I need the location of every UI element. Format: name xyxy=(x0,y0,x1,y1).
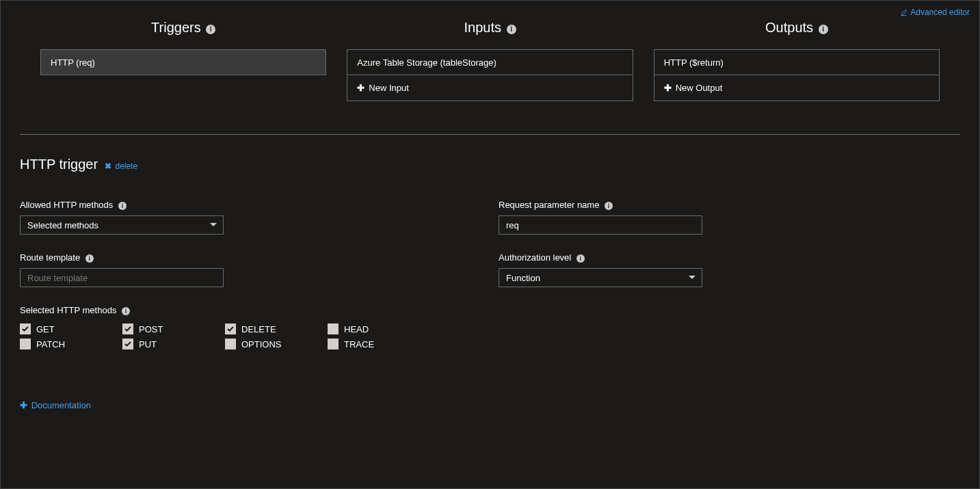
checkbox[interactable] xyxy=(20,323,31,334)
method-put[interactable]: PUT xyxy=(122,337,225,351)
info-icon[interactable]: i xyxy=(605,202,613,210)
add-input-label: New Input xyxy=(369,83,409,93)
method-label: GET xyxy=(36,324,55,334)
triggers-column: Triggers i HTTP (req) xyxy=(40,20,326,101)
info-icon[interactable]: i xyxy=(85,254,94,263)
selected-methods-field: Selected HTTP methods i GETPATCHPOSTPUTD… xyxy=(20,305,960,352)
outputs-title: Outputs xyxy=(765,20,813,35)
checkbox[interactable] xyxy=(122,339,133,349)
info-icon[interactable]: i xyxy=(577,254,585,263)
plus-icon: ✚ xyxy=(20,400,27,410)
triggers-header: Triggers i xyxy=(40,20,326,36)
method-label: OPTIONS xyxy=(241,339,282,349)
add-output-button[interactable]: ✚ New Output xyxy=(654,75,940,101)
method-post[interactable]: POST xyxy=(122,322,225,336)
auth-level-field: Authorization level i Function xyxy=(499,252,960,287)
method-label: PATCH xyxy=(36,339,65,349)
info-icon[interactable]: i xyxy=(122,307,130,315)
add-input-button[interactable]: ✚ New Input xyxy=(347,75,633,101)
allowed-methods-select[interactable]: Selected methods xyxy=(20,215,224,235)
input-item-label: Azure Table Storage (tableStorage) xyxy=(357,57,496,68)
outputs-column: Outputs i HTTP ($return) ✚ New Output xyxy=(654,20,940,101)
auth-level-label: Authorization level xyxy=(499,252,571,263)
auth-level-select[interactable]: Function xyxy=(499,268,702,287)
allowed-methods-field: Allowed HTTP methods i Selected methods xyxy=(20,200,499,235)
request-param-field: Request parameter name i xyxy=(499,200,960,235)
method-label: HEAD xyxy=(344,324,369,334)
output-item[interactable]: HTTP ($return) xyxy=(654,49,940,75)
advanced-editor-link[interactable]: Advanced editor xyxy=(900,8,970,17)
route-template-field: Route template i xyxy=(20,252,499,287)
info-icon[interactable]: i xyxy=(206,25,215,34)
info-icon[interactable]: i xyxy=(118,202,127,210)
inputs-header: Inputs i xyxy=(347,20,633,36)
checkbox[interactable] xyxy=(20,339,31,349)
request-param-input[interactable] xyxy=(499,215,702,235)
plus-icon: ✚ xyxy=(664,83,672,93)
method-head[interactable]: HEAD xyxy=(328,322,430,336)
delete-label: delete xyxy=(115,161,137,171)
advanced-editor-label: Advanced editor xyxy=(910,8,970,17)
checkbox[interactable] xyxy=(328,323,339,334)
inputs-column: Inputs i Azure Table Storage (tableStora… xyxy=(347,20,633,101)
add-output-label: New Output xyxy=(676,83,723,93)
method-trace[interactable]: TRACE xyxy=(328,337,430,351)
request-param-label: Request parameter name xyxy=(499,200,599,210)
trigger-detail: HTTP trigger ✖ delete Allowed HTTP metho… xyxy=(1,135,979,410)
method-delete[interactable]: DELETE xyxy=(225,322,328,336)
input-item[interactable]: Azure Table Storage (tableStorage) xyxy=(347,49,633,75)
detail-title: HTTP trigger xyxy=(20,157,98,172)
documentation-link[interactable]: ✚ Documentation xyxy=(20,400,91,410)
documentation-label: Documentation xyxy=(31,400,91,410)
triggers-title: Triggers xyxy=(151,20,201,35)
trigger-item-label: HTTP (req) xyxy=(51,57,95,68)
method-label: TRACE xyxy=(344,339,374,349)
route-template-label: Route template xyxy=(20,252,80,263)
close-icon: ✖ xyxy=(105,161,111,171)
plus-icon: ✚ xyxy=(357,83,365,93)
checkbox[interactable] xyxy=(225,323,236,334)
method-label: DELETE xyxy=(241,324,276,334)
edit-icon xyxy=(900,9,908,16)
method-label: PUT xyxy=(139,339,157,349)
selected-methods-label: Selected HTTP methods xyxy=(20,305,116,315)
checkbox[interactable] xyxy=(225,339,236,349)
method-get[interactable]: GET xyxy=(20,322,122,336)
allowed-methods-label: Allowed HTTP methods xyxy=(20,200,113,210)
method-patch[interactable]: PATCH xyxy=(20,337,122,351)
trigger-item[interactable]: HTTP (req) xyxy=(40,49,326,75)
route-template-input[interactable] xyxy=(20,268,224,287)
method-options[interactable]: OPTIONS xyxy=(225,337,328,351)
checkbox[interactable] xyxy=(122,323,133,334)
method-label: POST xyxy=(139,324,163,334)
outputs-header: Outputs i xyxy=(654,20,940,36)
info-icon[interactable]: i xyxy=(507,25,516,34)
info-icon[interactable]: i xyxy=(819,25,828,34)
delete-trigger-link[interactable]: ✖ delete xyxy=(105,161,137,171)
output-item-label: HTTP ($return) xyxy=(664,57,724,68)
inputs-title: Inputs xyxy=(464,20,501,35)
checkbox[interactable] xyxy=(328,339,339,349)
